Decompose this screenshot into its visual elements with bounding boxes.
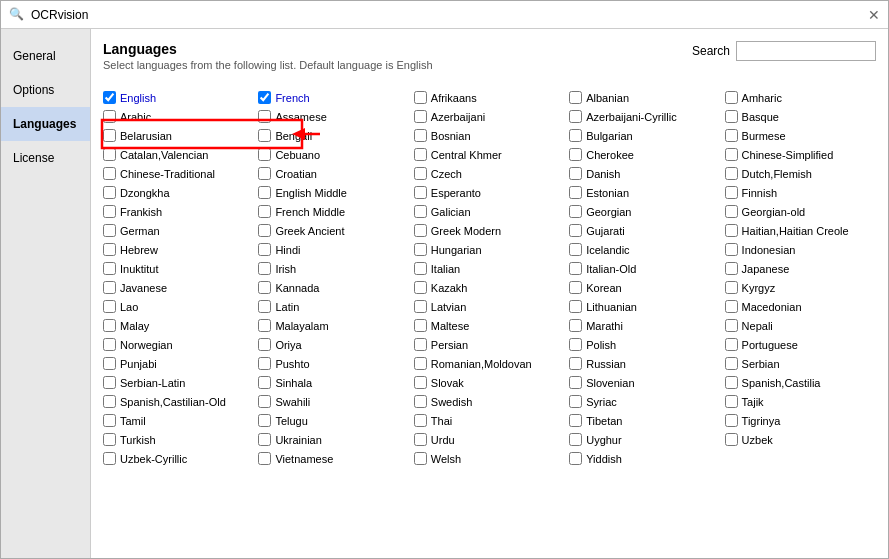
lang-label-gujarati[interactable]: Gujarati — [586, 225, 625, 237]
lang-label-slovenian[interactable]: Slovenian — [586, 377, 634, 389]
lang-label-basque[interactable]: Basque — [742, 111, 779, 123]
lang-label-afrikaans[interactable]: Afrikaans — [431, 92, 477, 104]
lang-label-tibetan[interactable]: Tibetan — [586, 415, 622, 427]
lang-checkbox-inuktitut[interactable] — [103, 262, 116, 275]
lang-checkbox-swedish[interactable] — [414, 395, 427, 408]
lang-checkbox-welsh[interactable] — [414, 452, 427, 465]
sidebar-item-general[interactable]: General — [1, 39, 90, 73]
lang-checkbox-uyghur[interactable] — [569, 433, 582, 446]
lang-label-romanian-moldovan[interactable]: Romanian,Moldovan — [431, 358, 532, 370]
lang-label-galician[interactable]: Galician — [431, 206, 471, 218]
lang-checkbox-burmese[interactable] — [725, 129, 738, 142]
lang-label-haitian-creole[interactable]: Haitian,Haitian Creole — [742, 225, 849, 237]
lang-checkbox-thai[interactable] — [414, 414, 427, 427]
lang-label-bosnian[interactable]: Bosnian — [431, 130, 471, 142]
lang-checkbox-albanian[interactable] — [569, 91, 582, 104]
lang-label-georgian-old[interactable]: Georgian-old — [742, 206, 806, 218]
lang-label-hindi[interactable]: Hindi — [275, 244, 300, 256]
lang-checkbox-bulgarian[interactable] — [569, 129, 582, 142]
lang-label-punjabi[interactable]: Punjabi — [120, 358, 157, 370]
lang-checkbox-slovak[interactable] — [414, 376, 427, 389]
lang-checkbox-gujarati[interactable] — [569, 224, 582, 237]
lang-label-norwegian[interactable]: Norwegian — [120, 339, 173, 351]
lang-checkbox-tigrinya[interactable] — [725, 414, 738, 427]
lang-label-bengali[interactable]: Bengali — [275, 130, 312, 142]
lang-checkbox-romanian-moldovan[interactable] — [414, 357, 427, 370]
lang-checkbox-turkish[interactable] — [103, 433, 116, 446]
lang-checkbox-icelandic[interactable] — [569, 243, 582, 256]
lang-checkbox-azerbaijani-cyrillic[interactable] — [569, 110, 582, 123]
lang-checkbox-russian[interactable] — [569, 357, 582, 370]
lang-label-thai[interactable]: Thai — [431, 415, 452, 427]
lang-checkbox-hungarian[interactable] — [414, 243, 427, 256]
lang-checkbox-central-khmer[interactable] — [414, 148, 427, 161]
lang-checkbox-hindi[interactable] — [258, 243, 271, 256]
lang-label-dutch-flemish[interactable]: Dutch,Flemish — [742, 168, 812, 180]
lang-label-serbian[interactable]: Serbian — [742, 358, 780, 370]
lang-label-chinese-traditional[interactable]: Chinese-Traditional — [120, 168, 215, 180]
lang-checkbox-syriac[interactable] — [569, 395, 582, 408]
lang-checkbox-kyrgyz[interactable] — [725, 281, 738, 294]
lang-label-tamil[interactable]: Tamil — [120, 415, 146, 427]
lang-checkbox-polish[interactable] — [569, 338, 582, 351]
lang-label-oriya[interactable]: Oriya — [275, 339, 301, 351]
lang-checkbox-italian-old[interactable] — [569, 262, 582, 275]
lang-label-spanish-castilia[interactable]: Spanish,Castilia — [742, 377, 821, 389]
lang-label-lithuanian[interactable]: Lithuanian — [586, 301, 637, 313]
lang-label-icelandic[interactable]: Icelandic — [586, 244, 629, 256]
lang-checkbox-pushto[interactable] — [258, 357, 271, 370]
lang-checkbox-javanese[interactable] — [103, 281, 116, 294]
lang-checkbox-chinese-traditional[interactable] — [103, 167, 116, 180]
lang-checkbox-basque[interactable] — [725, 110, 738, 123]
lang-label-tajik[interactable]: Tajik — [742, 396, 764, 408]
lang-label-kannada[interactable]: Kannada — [275, 282, 319, 294]
lang-checkbox-indonesian[interactable] — [725, 243, 738, 256]
lang-checkbox-esperanto[interactable] — [414, 186, 427, 199]
lang-label-uzbek[interactable]: Uzbek — [742, 434, 773, 446]
lang-checkbox-serbian-latin[interactable] — [103, 376, 116, 389]
lang-checkbox-croatian[interactable] — [258, 167, 271, 180]
lang-label-indonesian[interactable]: Indonesian — [742, 244, 796, 256]
lang-checkbox-dutch-flemish[interactable] — [725, 167, 738, 180]
lang-checkbox-spanish-castilian-old[interactable] — [103, 395, 116, 408]
lang-checkbox-lithuanian[interactable] — [569, 300, 582, 313]
lang-label-telugu[interactable]: Telugu — [275, 415, 307, 427]
lang-label-burmese[interactable]: Burmese — [742, 130, 786, 142]
lang-label-finnish[interactable]: Finnish — [742, 187, 777, 199]
lang-checkbox-telugu[interactable] — [258, 414, 271, 427]
lang-label-italian[interactable]: Italian — [431, 263, 460, 275]
lang-checkbox-azerbaijani[interactable] — [414, 110, 427, 123]
lang-checkbox-oriya[interactable] — [258, 338, 271, 351]
lang-checkbox-tibetan[interactable] — [569, 414, 582, 427]
lang-checkbox-ukrainian[interactable] — [258, 433, 271, 446]
lang-label-spanish-castilian-old[interactable]: Spanish,Castilian-Old — [120, 396, 226, 408]
lang-label-cherokee[interactable]: Cherokee — [586, 149, 634, 161]
lang-checkbox-punjabi[interactable] — [103, 357, 116, 370]
lang-checkbox-french-middle[interactable] — [258, 205, 271, 218]
lang-checkbox-slovenian[interactable] — [569, 376, 582, 389]
lang-checkbox-georgian[interactable] — [569, 205, 582, 218]
lang-checkbox-belarusian[interactable] — [103, 129, 116, 142]
lang-label-nepali[interactable]: Nepali — [742, 320, 773, 332]
lang-label-kazakh[interactable]: Kazakh — [431, 282, 468, 294]
lang-checkbox-maltese[interactable] — [414, 319, 427, 332]
lang-checkbox-galician[interactable] — [414, 205, 427, 218]
lang-label-english[interactable]: English — [120, 92, 156, 104]
lang-label-bulgarian[interactable]: Bulgarian — [586, 130, 632, 142]
lang-label-french[interactable]: French — [275, 92, 309, 104]
lang-checkbox-nepali[interactable] — [725, 319, 738, 332]
lang-label-hebrew[interactable]: Hebrew — [120, 244, 158, 256]
lang-checkbox-spanish-castilia[interactable] — [725, 376, 738, 389]
lang-checkbox-tajik[interactable] — [725, 395, 738, 408]
lang-label-hungarian[interactable]: Hungarian — [431, 244, 482, 256]
lang-label-turkish[interactable]: Turkish — [120, 434, 156, 446]
lang-label-dzongkha[interactable]: Dzongkha — [120, 187, 170, 199]
lang-checkbox-serbian[interactable] — [725, 357, 738, 370]
lang-label-english-middle[interactable]: English Middle — [275, 187, 347, 199]
lang-checkbox-latin[interactable] — [258, 300, 271, 313]
lang-checkbox-hebrew[interactable] — [103, 243, 116, 256]
lang-checkbox-portuguese[interactable] — [725, 338, 738, 351]
lang-checkbox-danish[interactable] — [569, 167, 582, 180]
lang-checkbox-finnish[interactable] — [725, 186, 738, 199]
lang-checkbox-cherokee[interactable] — [569, 148, 582, 161]
